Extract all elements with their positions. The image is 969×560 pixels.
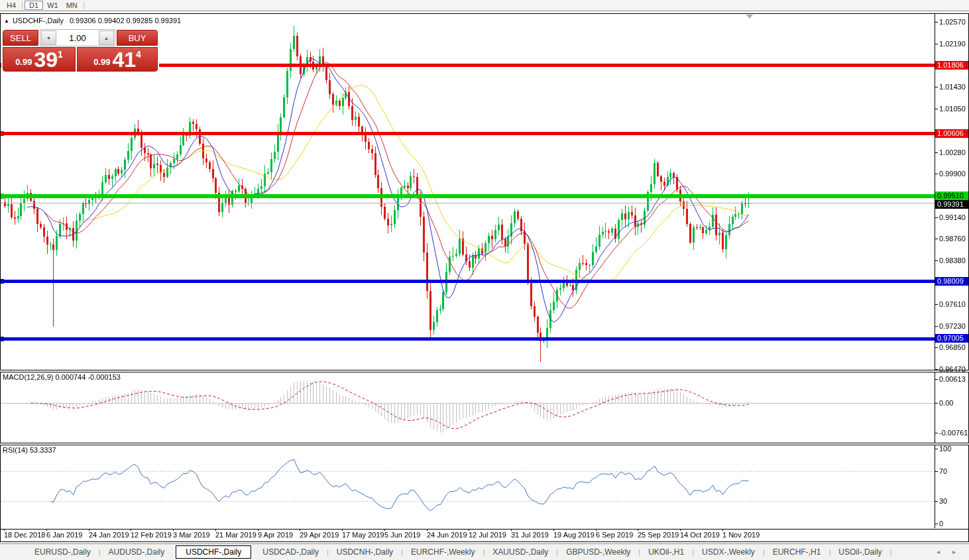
chart-tab-bar: EURUSD-,Daily|AUDUSD-,DailyUSDCHF-,Daily… <box>0 543 969 560</box>
axis-divider-line <box>935 14 935 528</box>
tab-scroll-left-icon[interactable]: ◂ <box>937 548 940 555</box>
price-axis-tick <box>935 326 938 327</box>
volume-decrease-button[interactable]: ▼ <box>41 30 56 45</box>
price-axis-tick-label: 0.97230 <box>939 322 968 331</box>
rsi-panel-canvas[interactable] <box>1 445 935 529</box>
price-axis-tick-label: 0.99900 <box>939 170 968 178</box>
chart-symbol-period: USDCHF-,Daily <box>13 17 64 25</box>
price-axis-tick <box>935 260 938 261</box>
price-axis-tick <box>935 174 938 174</box>
macd-axis-tick-label: 0.00613 <box>939 375 968 384</box>
price-axis-tick-label: 0.98760 <box>939 235 968 243</box>
tab-scroll-right-icon[interactable]: ▸ <box>952 548 956 555</box>
date-axis-label: 17 May 2019 <box>342 531 384 539</box>
horizontal-line-0.97005[interactable] <box>0 337 936 341</box>
price-axis-tick-label: 0.98380 <box>939 256 968 265</box>
chart-tab-usdcnh-daily[interactable]: USDCNH-,Daily <box>329 545 401 559</box>
chart-tab-gbpusd-weekly[interactable]: GBPUSD-,Weekly <box>558 545 638 559</box>
price-axis-tick-label: 1.01050 <box>939 105 968 113</box>
chart-tab-usdx-weekly[interactable]: USDX-,Weekly <box>694 545 763 559</box>
sell-price-button[interactable]: 0.99 39 1 <box>3 47 76 72</box>
sell-price-big: 39 <box>34 49 58 70</box>
chart-tab-eurusd-daily[interactable]: EURUSD-,Daily <box>27 545 99 559</box>
macd-axis-tick-label: -0.007612 <box>939 429 968 437</box>
date-axis-label: 14 Oct 2019 <box>680 531 720 539</box>
chart-ohlc-values: 0.99306 0.99402 0.99285 0.99391 <box>70 17 181 25</box>
price-axis-tick-label: 1.00280 <box>939 148 968 157</box>
buy-price-button[interactable]: 0.99 41 4 <box>77 47 158 72</box>
rsi-axis-tick <box>935 449 938 449</box>
date-axis-label: 18 Dec 2018 <box>4 531 45 539</box>
horizontal-line-1.00606[interactable] <box>0 132 936 135</box>
chart-tab-usdcad-daily[interactable]: USDCAD-,Daily <box>255 545 327 559</box>
price-axis-tick <box>935 44 938 44</box>
date-axis-label: 6 Jan 2019 <box>46 531 82 539</box>
price-axis-tick <box>935 347 938 348</box>
date-axis-label: 24 Jun 2019 <box>427 531 467 539</box>
macd-panel-canvas[interactable] <box>1 372 935 443</box>
rsi-axis-tick-label: 100 <box>939 445 968 453</box>
line-left-anchor[interactable] <box>0 131 4 136</box>
price-axis-tick <box>935 239 938 239</box>
rsi-axis-tick-label: 70 <box>939 467 968 476</box>
axis-price-label: 0.99510 <box>935 192 968 200</box>
buy-price-big: 41 <box>112 49 136 70</box>
timeframe-toolbar: H4D1W1MN <box>0 0 969 11</box>
chart-tab-xauusd-daily[interactable]: XAUUSD-,Daily <box>484 545 556 559</box>
chart-tab-usdchf-daily[interactable]: USDCHF-,Daily <box>176 545 251 559</box>
chevron-down-icon: ▼ <box>46 36 51 40</box>
buy-price-prefix: 0.99 <box>93 57 110 67</box>
price-axis-tick-label: 0.97610 <box>939 300 968 309</box>
date-axis-label: 12 Jul 2019 <box>469 531 506 539</box>
macd-axis-tick <box>935 403 938 404</box>
date-axis-label: 19 Aug 2019 <box>553 531 595 539</box>
price-axis-tick-label: 1.02190 <box>939 40 968 48</box>
one-click-panel-toggle-icon[interactable]: ▲ <box>4 18 9 24</box>
chart-tab-eurchf-weekly[interactable]: EURCHF-,Weekly <box>403 545 483 559</box>
axis-price-label: 1.00606 <box>935 129 968 138</box>
axis-price-label: 0.97005 <box>935 334 968 343</box>
timeframe-button-w1[interactable]: W1 <box>43 1 62 11</box>
date-axis-label: 1 Nov 2019 <box>722 531 760 539</box>
rsi-dateaxis-divider <box>0 529 969 530</box>
price-axis-tick-label: 0.96470 <box>939 365 968 374</box>
rsi-axis-tick <box>935 501 938 502</box>
price-axis-tick-label: 0.96850 <box>939 343 968 352</box>
tab-separator: | <box>890 548 892 556</box>
price-macd-splitter[interactable] <box>0 370 969 372</box>
chart-tab-eurchf-h1[interactable]: EURCHF-,H1 <box>765 545 829 559</box>
chart-tab-audusd-daily[interactable]: AUDUSD-,Daily <box>101 545 173 559</box>
volume-input[interactable] <box>57 30 98 46</box>
date-axis-label: 9 Apr 2019 <box>258 531 293 539</box>
axis-price-label: 1.01806 <box>935 61 968 70</box>
macd-rsi-splitter[interactable] <box>0 443 969 445</box>
chart-shift-marker-icon[interactable] <box>746 15 753 19</box>
price-axis-tick <box>935 369 938 370</box>
buy-button[interactable]: BUY <box>117 30 158 46</box>
sell-button[interactable]: SELL <box>3 30 38 46</box>
timeframe-button-h4[interactable]: H4 <box>3 1 20 11</box>
macd-axis-tick <box>935 433 938 433</box>
current-price-label: 0.99391 <box>935 200 968 209</box>
price-axis-tick <box>935 87 938 87</box>
timeframe-button-mn[interactable]: MN <box>62 1 82 11</box>
chart-title: ▲ USDCHF-,Daily 0.99306 0.99402 0.99285 … <box>4 17 181 25</box>
horizontal-line-0.98009[interactable] <box>0 280 936 283</box>
sell-button-label: SELL <box>10 33 31 43</box>
macd-indicator-label: MACD(12,26,9) 0.000744 -0.000153 <box>3 373 121 381</box>
price-axis-tick-label: 0.99140 <box>939 213 968 222</box>
timeframe-button-d1[interactable]: D1 <box>25 1 43 10</box>
price-axis-tick <box>935 217 938 218</box>
volume-increase-button[interactable]: ▲ <box>99 30 114 45</box>
chart-tab-usoil-daily[interactable]: USOil-,Daily <box>830 545 889 559</box>
toolbar-separator <box>22 1 23 10</box>
line-left-anchor[interactable] <box>0 194 4 199</box>
horizontal-line-0.99510[interactable] <box>0 194 936 198</box>
line-left-anchor[interactable] <box>0 337 4 341</box>
macd-axis-tick <box>935 379 938 380</box>
toolbar-separator <box>84 1 84 10</box>
line-left-anchor[interactable] <box>0 279 4 284</box>
axis-price-label: 0.98009 <box>935 277 968 286</box>
sell-price-pip: 1 <box>58 49 63 60</box>
chart-tab-ukoil-h1[interactable]: UKOil-,H1 <box>640 545 692 559</box>
